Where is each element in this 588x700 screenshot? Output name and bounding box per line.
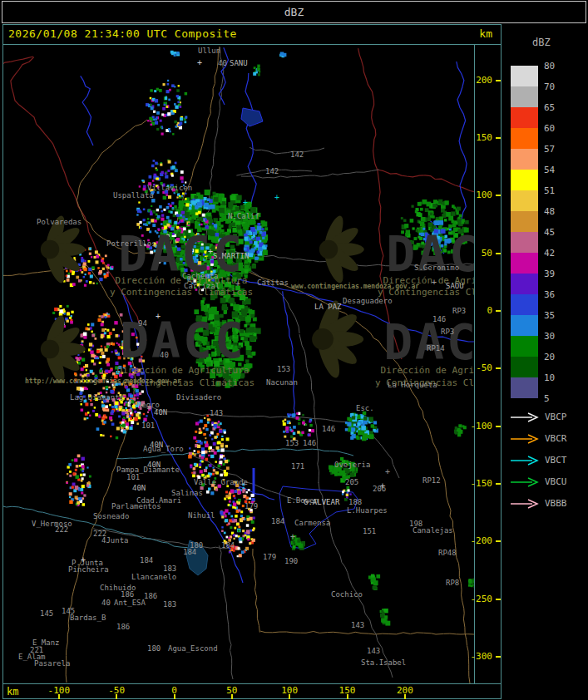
map-label: 40: [160, 351, 169, 359]
map-label: 222: [55, 525, 68, 534]
dbz-swatch-label: 80: [544, 61, 555, 71]
map-label: 179: [245, 502, 258, 510]
map-label: Llancanelo: [131, 573, 176, 581]
y-axis-unit-label: km: [466, 27, 492, 40]
y-axis-tick: [496, 195, 501, 196]
map-label: RP48: [438, 549, 457, 557]
x-axis-tick: [347, 694, 348, 699]
svg-text:Dirección de Agricultura: Dirección de Agricultura: [117, 365, 250, 376]
y-axis-tick-label: -100: [464, 421, 492, 431]
map-label: Agua_Toro: [143, 445, 184, 453]
map-label: LA PAZ: [314, 303, 342, 311]
dbz-swatch: [511, 107, 538, 128]
map-label: Nihuil: [188, 511, 215, 520]
dbz-swatch: [511, 315, 538, 336]
map-label: Sosneado: [93, 512, 129, 520]
map-label: 146: [303, 439, 316, 447]
map-label: S.MARTIN: [213, 252, 249, 260]
map-label: 143: [367, 647, 380, 655]
map-label: Carmensa: [294, 519, 330, 527]
vbcu-arrow-icon: [510, 477, 540, 487]
map-label: Catitas: [257, 279, 289, 287]
map-label: 151: [363, 527, 376, 535]
y-axis-tick-label: 50: [464, 248, 492, 259]
y-axis-tick: [496, 310, 501, 312]
map-label: Parlamentos: [111, 502, 161, 510]
vbct-arrow-icon: [510, 456, 540, 466]
x-axis-tick: [58, 694, 60, 699]
map-label: N.Calif: [228, 212, 259, 220]
dbz-swatch: [511, 377, 538, 398]
y-axis-tick-label: 200: [464, 75, 492, 86]
vector-legend-label: VBBB: [545, 498, 567, 509]
dbz-swatch: [511, 170, 538, 190]
dbz-swatch-label: 35: [544, 310, 555, 321]
map-label: RP12: [422, 476, 441, 485]
dbz-swatch: [511, 336, 538, 357]
station-cross-marker: +: [290, 532, 295, 541]
vbcp-arrow-icon: [510, 412, 540, 422]
map-label: 142: [265, 167, 279, 175]
svg-text:y Contingencias Climáticas: y Contingencias Climáticas: [110, 287, 253, 298]
station-cross-marker: +: [380, 481, 385, 490]
map-label: 183: [163, 564, 176, 573]
map-label: 143: [351, 621, 364, 629]
dbz-swatch-label: 42: [544, 248, 555, 259]
y-axis-tick-label: 100: [464, 190, 492, 200]
station-cross-marker: +: [274, 193, 279, 202]
window-title: dBZ: [284, 6, 304, 18]
map-label: Sta.Isabel: [361, 658, 406, 667]
x-axis-tick: [404, 694, 406, 699]
y-axis-tick-label: 150: [464, 132, 492, 143]
map-label: 40: [101, 599, 111, 607]
dbz-swatch-label: 70: [544, 81, 555, 92]
dbz-swatch-label: 57: [544, 144, 555, 155]
dbz-swatch-label: 45: [544, 227, 555, 238]
map-label: Esc.: [356, 404, 374, 412]
dbz-swatch: [511, 211, 538, 232]
map-label: Potrerillos: [106, 239, 156, 248]
map-label: 153: [277, 365, 290, 373]
y-axis-tick: [496, 137, 501, 139]
y-axis-tick: [496, 367, 501, 369]
y-axis-tick: [496, 80, 501, 81]
map-label: 101: [141, 421, 155, 430]
y-axis-tick: [496, 656, 501, 658]
dbz-swatch: [511, 190, 538, 211]
map-label: 184: [140, 556, 153, 564]
y-axis-tick-label: -150: [464, 478, 492, 489]
dbz-swatch-label: 51: [544, 185, 555, 196]
y-axis-tick-label: -200: [464, 535, 492, 546]
map-label: 190: [284, 557, 298, 565]
y-axis-tick: [496, 599, 501, 600]
y-axis-tick-label: -250: [464, 594, 492, 604]
map-label: Ant_ESA: [114, 599, 146, 607]
map-label: 183: [163, 600, 176, 609]
map-label: Ullun: [198, 47, 220, 55]
station-cross-marker: +: [156, 312, 161, 321]
map-label: RP14: [427, 344, 445, 352]
x-axis-tick: [231, 694, 233, 699]
map-label: Pincheira: [68, 565, 109, 574]
dbz-swatch-label: 20: [544, 352, 555, 362]
map-label: RP8: [446, 579, 459, 587]
map-label: Ovejeria: [334, 461, 370, 469]
map-label: Canalejas: [413, 526, 453, 535]
map-label: 40: [218, 59, 227, 67]
map-label: Pasarela: [34, 659, 70, 668]
map-label: Valle_Grande: [194, 478, 248, 486]
vbbb-arrow-icon: [510, 499, 540, 509]
map-label: Villavicen: [147, 184, 192, 192]
map-label: Nacunan: [266, 378, 298, 387]
dbz-swatch-label: 60: [544, 123, 555, 134]
map-label: 179: [263, 553, 276, 561]
map-label: S.Geronimo: [414, 264, 459, 272]
svg-text:http://www.contingencias.mendo: http://www.contingencias.mendoza.gov.ar: [25, 377, 181, 385]
dbz-swatch: [511, 357, 538, 377]
map-label: Uspallata: [113, 191, 154, 200]
map-label: SAOU: [446, 282, 464, 290]
station-cross-marker: +: [208, 247, 213, 256]
map-label: G.ALVEAR: [304, 498, 340, 506]
map-label: 153: [285, 439, 299, 447]
map-label: 184: [221, 541, 235, 550]
